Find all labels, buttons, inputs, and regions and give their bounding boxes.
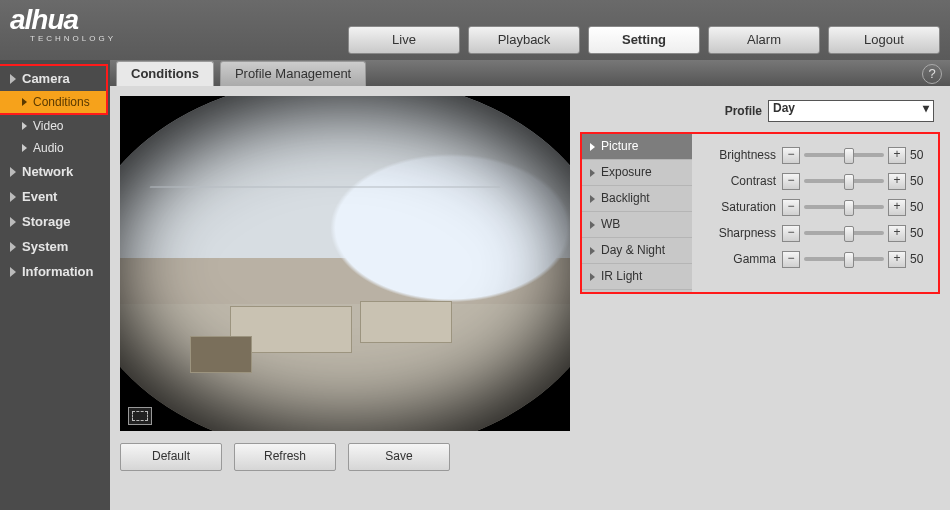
nav-setting[interactable]: Setting bbox=[588, 26, 700, 54]
subtab-daynight[interactable]: Day & Night bbox=[582, 238, 692, 264]
gamma-thumb[interactable] bbox=[844, 252, 854, 268]
sharpness-value: 50 bbox=[906, 226, 932, 240]
top-nav: Live Playback Setting Alarm Logout bbox=[348, 26, 940, 54]
chevron-down-icon: ▾ bbox=[923, 101, 929, 115]
save-button[interactable]: Save bbox=[348, 443, 450, 471]
saturation-plus[interactable]: + bbox=[888, 199, 906, 216]
brightness-minus[interactable]: − bbox=[782, 147, 800, 164]
sidebar-item-video[interactable]: Video bbox=[0, 115, 110, 137]
brightness-track[interactable] bbox=[804, 153, 884, 157]
action-buttons: Default Refresh Save bbox=[120, 443, 570, 471]
saturation-minus[interactable]: − bbox=[782, 199, 800, 216]
header: alhua TECHNOLOGY Live Playback Setting A… bbox=[0, 0, 950, 60]
video-preview bbox=[120, 96, 570, 431]
tab-bar: Conditions Profile Management ? bbox=[110, 60, 950, 86]
profile-select[interactable]: Day ▾ bbox=[768, 100, 934, 122]
nav-alarm[interactable]: Alarm bbox=[708, 26, 820, 54]
sidebar-group-network[interactable]: Network bbox=[0, 159, 110, 184]
nav-logout[interactable]: Logout bbox=[828, 26, 940, 54]
sidebar-item-audio[interactable]: Audio bbox=[0, 137, 110, 159]
brightness-thumb[interactable] bbox=[844, 148, 854, 164]
brightness-plus[interactable]: + bbox=[888, 147, 906, 164]
subtab-picture[interactable]: Picture bbox=[582, 134, 692, 160]
sidebar-group-information[interactable]: Information bbox=[0, 259, 110, 284]
sidebar-item-conditions[interactable]: Conditions bbox=[0, 91, 106, 113]
tab-profile-management[interactable]: Profile Management bbox=[220, 61, 366, 86]
brightness-value: 50 bbox=[906, 148, 932, 162]
profile-label: Profile bbox=[725, 104, 762, 118]
refresh-button[interactable]: Refresh bbox=[234, 443, 336, 471]
slider-saturation: Saturation − + 50 bbox=[698, 194, 932, 220]
sharpness-thumb[interactable] bbox=[844, 226, 854, 242]
contrast-minus[interactable]: − bbox=[782, 173, 800, 190]
sidebar: Camera Conditions Video Audio Network Ev… bbox=[0, 60, 110, 510]
contrast-value: 50 bbox=[906, 174, 932, 188]
sharpness-track[interactable] bbox=[804, 231, 884, 235]
gamma-minus[interactable]: − bbox=[782, 251, 800, 268]
subtab-backlight[interactable]: Backlight bbox=[582, 186, 692, 212]
saturation-thumb[interactable] bbox=[844, 200, 854, 216]
saturation-track[interactable] bbox=[804, 205, 884, 209]
subtab-irlight[interactable]: IR Light bbox=[582, 264, 692, 290]
tab-conditions[interactable]: Conditions bbox=[116, 61, 214, 86]
settings-subtabs: Picture Exposure Backlight WB Day & Nigh… bbox=[582, 134, 692, 292]
slider-group: Brightness − + 50 Contrast − + 50 bbox=[692, 134, 938, 292]
brand-logo: alhua bbox=[10, 4, 78, 36]
brand-subtext: TECHNOLOGY bbox=[30, 34, 116, 43]
fullscreen-icon[interactable] bbox=[128, 407, 152, 425]
content-area: Conditions Profile Management ? Default bbox=[110, 60, 950, 510]
contrast-plus[interactable]: + bbox=[888, 173, 906, 190]
subtab-wb[interactable]: WB bbox=[582, 212, 692, 238]
sidebar-group-system[interactable]: System bbox=[0, 234, 110, 259]
sidebar-group-event[interactable]: Event bbox=[0, 184, 110, 209]
sharpness-minus[interactable]: − bbox=[782, 225, 800, 242]
nav-playback[interactable]: Playback bbox=[468, 26, 580, 54]
slider-sharpness: Sharpness − + 50 bbox=[698, 220, 932, 246]
saturation-value: 50 bbox=[906, 200, 932, 214]
gamma-plus[interactable]: + bbox=[888, 251, 906, 268]
settings-panel: Profile Day ▾ Picture Exposure Backlight… bbox=[580, 96, 940, 471]
default-button[interactable]: Default bbox=[120, 443, 222, 471]
slider-gamma: Gamma − + 50 bbox=[698, 246, 932, 272]
sidebar-group-camera[interactable]: Camera bbox=[0, 66, 106, 91]
gamma-value: 50 bbox=[906, 252, 932, 266]
contrast-thumb[interactable] bbox=[844, 174, 854, 190]
subtab-exposure[interactable]: Exposure bbox=[582, 160, 692, 186]
sharpness-plus[interactable]: + bbox=[888, 225, 906, 242]
contrast-track[interactable] bbox=[804, 179, 884, 183]
help-icon[interactable]: ? bbox=[922, 64, 942, 84]
sidebar-group-storage[interactable]: Storage bbox=[0, 209, 110, 234]
nav-live[interactable]: Live bbox=[348, 26, 460, 54]
slider-brightness: Brightness − + 50 bbox=[698, 142, 932, 168]
fisheye-feed bbox=[120, 96, 570, 431]
gamma-track[interactable] bbox=[804, 257, 884, 261]
slider-contrast: Contrast − + 50 bbox=[698, 168, 932, 194]
